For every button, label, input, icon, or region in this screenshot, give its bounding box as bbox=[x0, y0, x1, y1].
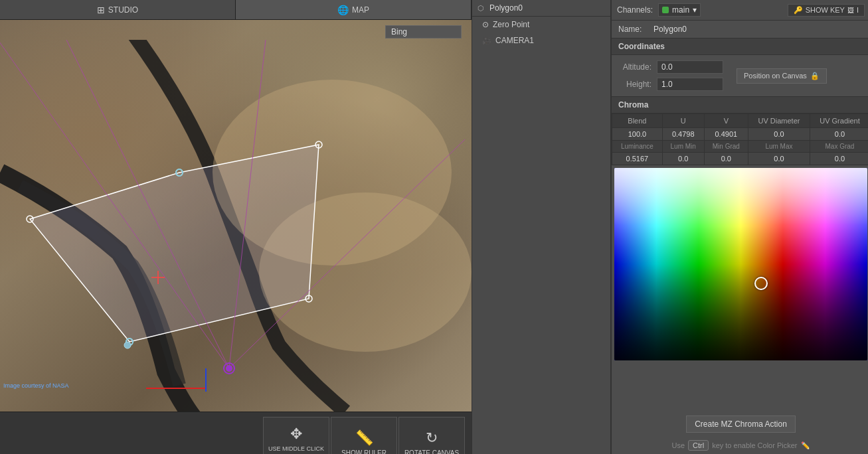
chroma-header: Chroma bbox=[612, 97, 868, 114]
color-picker-area[interactable] bbox=[614, 168, 867, 409]
move-canvas-label: USE MIDDLE CLICK TO MOVE CANVAS bbox=[264, 445, 329, 454]
move-canvas-icon: ✥ bbox=[290, 425, 302, 443]
create-chroma-btn[interactable]: Create MZ Chroma Action bbox=[686, 416, 796, 433]
move-canvas-btn[interactable]: ✥ USE MIDDLE CLICK TO MOVE CANVAS bbox=[263, 417, 329, 455]
show-key-icon2: 🖼 bbox=[847, 7, 854, 14]
chroma-section: Blend U V UV Diameter UV Gradient 100.0 … bbox=[612, 114, 868, 454]
height-row: Height: bbox=[618, 78, 723, 91]
sub-mingrad: Min Grad bbox=[704, 141, 748, 153]
props-panel: Channels: main ▾ 🔑 SHOW KEY 🖼 I Name: Po… bbox=[611, 0, 868, 454]
cell-lum[interactable]: 0.5167 bbox=[612, 153, 663, 165]
ctrl-key: Ctrl bbox=[688, 440, 709, 451]
col-v: V bbox=[704, 114, 748, 128]
cell-uvgrad[interactable]: 0.0 bbox=[810, 128, 868, 141]
color-cursor bbox=[754, 277, 768, 290]
chroma-row2: 0.5167 0.0 0.0 0.0 0.0 bbox=[612, 153, 869, 165]
map-terrain bbox=[0, 20, 472, 412]
altitude-input[interactable] bbox=[657, 60, 723, 74]
zero-point-label: Zero Point bbox=[493, 20, 529, 29]
nasa-credit: Image courtesy of NASA bbox=[3, 382, 69, 389]
sub-lummax: Lum Max bbox=[748, 141, 810, 153]
studio-label: STUDIO bbox=[108, 5, 138, 15]
channels-row: Channels: main ▾ 🔑 SHOW KEY 🖼 I bbox=[612, 0, 868, 21]
camera1-icon: 🎥 bbox=[482, 37, 491, 45]
bottom-toolbar: ✥ USE MIDDLE CLICK TO MOVE CANVAS 📏 SHOW… bbox=[0, 412, 472, 454]
cell-lummin-val[interactable]: 0.0 bbox=[662, 153, 704, 165]
sub-lummin: Lum Min bbox=[662, 141, 704, 153]
left-panel: ⊞ STUDIO 🌐 MAP bbox=[0, 0, 472, 454]
chroma-table: Blend U V UV Diameter UV Gradient 100.0 … bbox=[612, 114, 868, 165]
position-label: Position on Canvas bbox=[744, 72, 807, 80]
color-gradient-dark-overlay bbox=[614, 168, 867, 360]
zero-point-icon: ⊙ bbox=[482, 20, 489, 29]
map-area[interactable]: Bing OpenStreetMap Satellite bbox=[0, 20, 472, 412]
map-provider-dropdown[interactable]: Bing OpenStreetMap Satellite bbox=[385, 25, 462, 38]
color-picker-icon: ✏️ bbox=[801, 441, 810, 450]
col-u: U bbox=[662, 114, 704, 128]
cell-blend[interactable]: 100.0 bbox=[612, 128, 663, 141]
cell-u[interactable]: 0.4798 bbox=[662, 128, 704, 141]
scene-panel-header: ⬡ Polygon0 bbox=[472, 0, 610, 17]
ctrl-hint-text2: key to enable Color Picker bbox=[712, 441, 797, 449]
position-on-canvas-btn[interactable]: Position on Canvas 🔒 bbox=[737, 68, 827, 84]
channels-label: Channels: bbox=[617, 5, 653, 15]
scene-tree: ⊙ Zero Point 🎥 CAMERA1 bbox=[472, 17, 610, 48]
channel-dropdown-arrow: ▾ bbox=[693, 5, 697, 15]
show-ruler-btn[interactable]: 📏 SHOW RULER bbox=[331, 417, 397, 455]
rotate-canvas-btn[interactable]: ↻ ROTATE CANVAS bbox=[398, 417, 465, 455]
cell-maxgrad-val[interactable]: 0.0 bbox=[810, 153, 868, 165]
name-row: Name: Polygon0 bbox=[612, 21, 868, 38]
rotate-canvas-icon: ↻ bbox=[426, 429, 438, 447]
top-bar: ⊞ STUDIO 🌐 MAP bbox=[0, 0, 472, 20]
map-tab[interactable]: 🌐 MAP bbox=[236, 0, 472, 19]
col-uvdiam: UV Diameter bbox=[748, 114, 810, 128]
color-gradient[interactable] bbox=[614, 168, 867, 360]
channel-green-dot bbox=[662, 7, 669, 13]
studio-tab[interactable]: ⊞ STUDIO bbox=[0, 0, 236, 19]
sub-maxgrad: Max Grad bbox=[810, 141, 868, 153]
height-input[interactable] bbox=[657, 78, 723, 91]
map-icon: 🌐 bbox=[337, 5, 349, 15]
show-key-btn[interactable]: 🔑 SHOW KEY 🖼 I bbox=[788, 4, 865, 17]
sub-luminance: Luminance bbox=[612, 141, 663, 153]
coordinates-section: Altitude: Height: Position on Canvas 🔒 bbox=[612, 55, 868, 97]
key-icon: 🔑 bbox=[794, 6, 803, 15]
scene-panel-title: Polygon0 bbox=[489, 3, 523, 13]
chroma-subheader1: Luminance Lum Min Min Grad Lum Max Max G… bbox=[612, 141, 869, 153]
polygon-icon: ⬡ bbox=[477, 4, 484, 13]
cell-uvdiam[interactable]: 0.0 bbox=[748, 128, 810, 141]
channels-select[interactable]: main ▾ bbox=[658, 3, 701, 17]
camera1-label: CAMERA1 bbox=[495, 36, 534, 45]
cell-v[interactable]: 0.4901 bbox=[704, 128, 748, 141]
name-value: Polygon0 bbox=[653, 25, 687, 34]
scene-panel: ⬡ Polygon0 ⊙ Zero Point 🎥 CAMERA1 bbox=[472, 0, 611, 454]
coordinates-header: Coordinates bbox=[612, 38, 868, 55]
channel-value: main bbox=[672, 5, 689, 15]
name-label: Name: bbox=[618, 25, 648, 34]
map-label: MAP bbox=[352, 5, 369, 15]
rotate-canvas-label: ROTATE CANVAS bbox=[404, 449, 459, 454]
camera1-item[interactable]: 🎥 CAMERA1 bbox=[472, 33, 610, 48]
chroma-row1: 100.0 0.4798 0.4901 0.0 0.0 bbox=[612, 128, 869, 141]
show-ruler-label: SHOW RULER bbox=[341, 449, 387, 454]
show-key-label: SHOW KEY bbox=[806, 6, 845, 14]
cell-mingrad-val[interactable]: 0.0 bbox=[704, 153, 748, 165]
lock-icon: 🔒 bbox=[810, 72, 820, 80]
altitude-row: Altitude: bbox=[618, 60, 723, 74]
col-blend: Blend bbox=[612, 114, 663, 128]
col-uvgrad: UV Gradient bbox=[810, 114, 868, 128]
altitude-label: Altitude: bbox=[618, 62, 651, 72]
height-label: Height: bbox=[618, 80, 651, 89]
ctrl-hint: Use Ctrl key to enable Color Picker ✏️ bbox=[612, 437, 868, 454]
studio-icon: ⊞ bbox=[97, 5, 105, 15]
ctrl-hint-text1: Use bbox=[671, 441, 685, 449]
cell-lummax-val[interactable]: 0.0 bbox=[748, 153, 810, 165]
zero-point-item[interactable]: ⊙ Zero Point bbox=[472, 17, 610, 33]
ruler-icon: 📏 bbox=[355, 429, 373, 447]
